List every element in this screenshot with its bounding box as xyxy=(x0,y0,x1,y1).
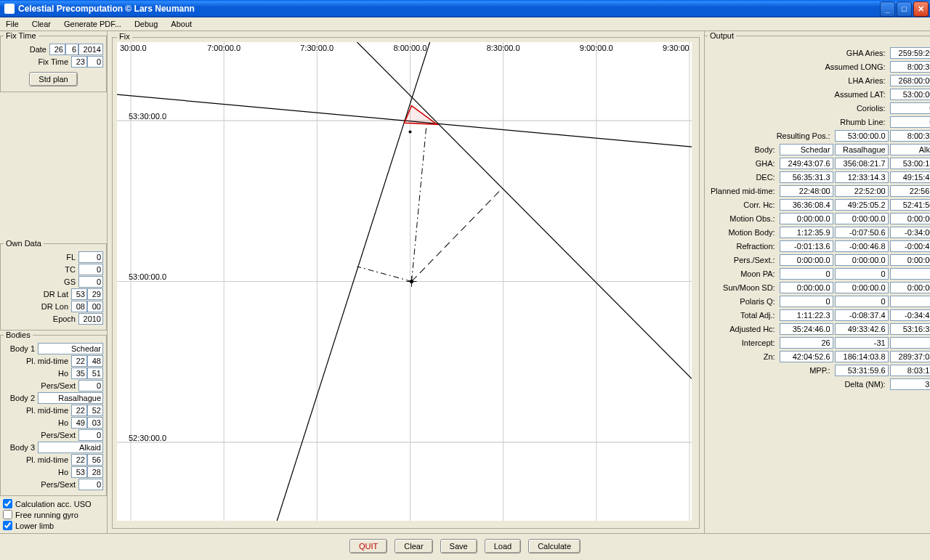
tadj-c1: 1:11:22.3 xyxy=(780,309,833,321)
svg-point-28 xyxy=(411,280,413,283)
quit-button[interactable]: QUIT xyxy=(349,539,387,553)
svg-text:53:00:00.0: 53:00:00.0 xyxy=(129,272,166,281)
body2-ho-d[interactable] xyxy=(71,417,87,429)
zn-c3: 289:37:03.4 xyxy=(890,351,930,362)
plmid-row-label: Planned mid-time: xyxy=(711,187,775,195)
tc-label: TC xyxy=(65,265,76,274)
app-icon xyxy=(4,4,15,14)
svg-text:8:00:00.0: 8:00:00.0 xyxy=(393,44,426,52)
owndata-group: Own Data FL TC GS DR Lat DR Lon Epoch xyxy=(0,239,107,330)
corrhc-c2: 49:25:05.2 xyxy=(835,199,889,211)
svg-marker-29 xyxy=(405,106,437,125)
dec-row-label: DEC: xyxy=(756,173,775,182)
gs-input[interactable] xyxy=(78,276,103,288)
corrhc-c1: 36:36:08.4 xyxy=(780,199,833,211)
output-panel: Output GHA Aries:259:59:20.1 Assumed LON… xyxy=(705,31,930,533)
body2-ho-m[interactable] xyxy=(87,417,103,429)
minimize-button[interactable]: _ xyxy=(880,1,895,17)
mbody-c1: 1:12:35.9 xyxy=(780,227,833,238)
menu-clear[interactable]: Clear xyxy=(29,19,54,29)
ps-row-label: Pers./Sext.: xyxy=(734,256,775,264)
fixtime-hour-input[interactable] xyxy=(71,56,87,68)
assumed-long-value: 8:00:39.9 xyxy=(890,61,930,73)
body3-ho-d[interactable] xyxy=(71,466,87,478)
fix-panel: Fix 30: xyxy=(108,31,705,533)
svg-text:9:00:00.0: 9:00:00.0 xyxy=(580,44,613,52)
assumed-lat-value: 53:00:00.0 xyxy=(890,89,930,100)
body3-ho-m[interactable] xyxy=(87,466,103,478)
save-button[interactable]: Save xyxy=(440,539,477,553)
body1-plmid-m[interactable] xyxy=(87,355,103,367)
date-day-input[interactable] xyxy=(49,44,65,55)
date-month-input[interactable] xyxy=(65,44,78,55)
drlon-deg-input[interactable] xyxy=(71,301,87,312)
body2-ps-input[interactable] xyxy=(78,429,103,441)
date-label: Date xyxy=(30,45,46,54)
delta-row-label: Delta (NM): xyxy=(844,380,885,389)
lha-aries-label: LHA Aries: xyxy=(848,76,885,85)
polq-c1: 0 xyxy=(780,296,833,307)
body2-plmid-m[interactable] xyxy=(87,405,103,416)
body1-plmid-h[interactable] xyxy=(71,355,87,367)
body3-ps-input[interactable] xyxy=(78,479,103,490)
tc-input[interactable] xyxy=(78,264,103,275)
body1-ps-input[interactable] xyxy=(78,380,103,391)
gha-c1: 249:43:07.6 xyxy=(780,158,833,169)
svg-point-30 xyxy=(409,131,412,134)
uso-checkbox[interactable] xyxy=(3,499,12,508)
fl-input[interactable] xyxy=(78,251,103,263)
drlon-min-input[interactable] xyxy=(87,301,103,312)
body2-name-input[interactable] xyxy=(38,392,103,404)
body1-name-input[interactable] xyxy=(38,343,103,354)
body3-plmid-m[interactable] xyxy=(87,454,103,466)
body3-ho-label: Ho xyxy=(58,468,68,476)
maximize-button[interactable]: □ xyxy=(897,1,912,17)
body3-ps-label: Pers/Sext xyxy=(41,480,76,489)
calculate-button[interactable]: Calculate xyxy=(528,539,581,553)
bodies-group: Bodies Body 1 Pl. mid-time Ho Pers/Sext … xyxy=(0,330,107,496)
lha-aries-value: 268:00:00.0 xyxy=(890,75,930,86)
owndata-legend: Own Data xyxy=(4,239,44,248)
close-button[interactable]: ✕ xyxy=(913,1,929,17)
refr-c1: -0:01:13.6 xyxy=(780,240,833,252)
fixtime-group: Fix Time Date Fix Time Std plan xyxy=(0,31,107,92)
body3-plmid-h[interactable] xyxy=(71,454,87,466)
fix-plot[interactable]: 30:00.0 7:00:00.0 7:30:00.0 8:00:00.0 8:… xyxy=(117,42,692,521)
epoch-input[interactable] xyxy=(78,313,103,325)
gyro-label: Free running gyro xyxy=(15,511,78,519)
stdplan-button[interactable]: Std plan xyxy=(29,72,77,86)
menu-about[interactable]: About xyxy=(168,19,195,29)
body3-name-input[interactable] xyxy=(38,442,103,453)
dec-c2: 12:33:14.3 xyxy=(835,171,889,183)
load-button[interactable]: Load xyxy=(485,539,521,553)
ps-c3: 0:00:00.0 xyxy=(890,254,930,266)
menu-file[interactable]: File xyxy=(3,19,22,29)
body1-ho-d[interactable] xyxy=(71,368,87,379)
body1-ho-label: Ho xyxy=(58,369,68,378)
int-c2: -31 xyxy=(835,337,889,349)
corrhc-row-label: Corr. Hc: xyxy=(743,200,775,209)
gyro-checkbox[interactable] xyxy=(3,510,12,519)
body2-plmid-h[interactable] xyxy=(71,405,87,416)
svg-text:53:30:00.0: 53:30:00.0 xyxy=(129,112,166,121)
svg-line-23 xyxy=(412,128,426,281)
fixtime-min-input[interactable] xyxy=(87,56,103,68)
drlat-min-input[interactable] xyxy=(87,288,103,300)
body3-plmid-label: Pl. mid-time xyxy=(26,455,68,464)
uso-label: Calculation acc. USO xyxy=(15,500,92,508)
limb-checkbox[interactable] xyxy=(3,521,12,530)
titlebar: Celestial Precomputation © Lars Neumann … xyxy=(0,0,930,17)
body1-ho-m[interactable] xyxy=(87,368,103,379)
clear-button[interactable]: Clear xyxy=(395,539,432,553)
date-year-input[interactable] xyxy=(78,44,103,55)
body3-label: Body 3 xyxy=(10,443,35,452)
menu-genpdf[interactable]: Generate PDF... xyxy=(61,19,124,29)
fl-label: FL xyxy=(66,253,76,261)
rhumb-label: Rhumb Line: xyxy=(840,118,885,126)
drlat-deg-input[interactable] xyxy=(71,288,87,300)
menu-debug[interactable]: Debug xyxy=(132,19,161,29)
mpp-row-label: MPP.: xyxy=(809,366,830,375)
refr-c2: -0:00:46.8 xyxy=(835,240,889,252)
svg-line-24 xyxy=(357,267,411,282)
gha-aries-label: GHA Aries: xyxy=(846,49,886,57)
